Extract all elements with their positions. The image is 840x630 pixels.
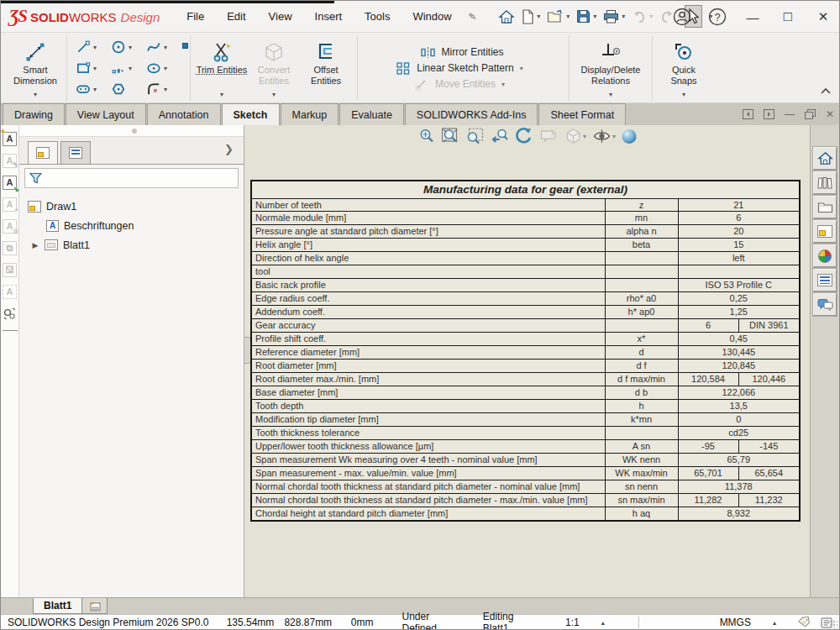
edit-annotation-icon[interactable]: A✎ — [3, 154, 17, 168]
circle-tool[interactable]: ▾ — [108, 39, 143, 55]
mirror-entities-button[interactable]: Mirror Entities — [421, 46, 503, 59]
trim-entities-button[interactable]: Trim Entities ▾ — [196, 36, 248, 100]
units-dropdown-caret[interactable]: ▴ — [773, 619, 776, 627]
undo-button[interactable]: ▾ — [629, 7, 655, 27]
display-style-button[interactable]: ▾ — [564, 128, 586, 144]
pin-menu-icon[interactable]: ✒ — [463, 8, 480, 26]
spline-tool[interactable]: ▾ — [143, 39, 178, 55]
sheet-tab-blatt1[interactable]: Blatt1 — [33, 598, 82, 614]
menu-view[interactable]: View — [269, 10, 292, 23]
doc-close-icon[interactable]: ✕ — [826, 108, 834, 120]
graphics-area[interactable]: ▾ ▾ Manufacturing data for gear (externa… — [244, 125, 810, 597]
move-entities-flyout[interactable]: ▾ — [501, 81, 510, 88]
menu-file[interactable]: File — [186, 10, 204, 23]
minimize-button[interactable]: — — [743, 10, 762, 24]
resize-grip[interactable] — [829, 620, 837, 628]
ribbon-collapse-chevron[interactable] — [821, 82, 831, 97]
point-tool[interactable] — [182, 43, 188, 49]
taskpane-home-button[interactable] — [813, 147, 837, 170]
line-tool[interactable]: ▾ — [72, 39, 108, 55]
view-palette-button[interactable] — [813, 220, 837, 243]
tab-solidworks-addins[interactable]: SOLIDWORKS Add-Ins — [405, 103, 538, 125]
smart-dimension-button[interactable]: Smart Dimension ▾ — [9, 36, 61, 100]
tab-markup[interactable]: Markup — [281, 103, 339, 125]
gear-tools-icon[interactable] — [3, 307, 17, 321]
property-list-tab[interactable] — [60, 141, 91, 164]
tree-filter-box[interactable] — [24, 168, 239, 188]
display-delete-relations-button[interactable]: Display/Delete Relations ▾ — [575, 36, 647, 100]
collapse-pane-left-icon[interactable] — [743, 109, 753, 119]
collapse-pane-right-icon[interactable] — [764, 109, 774, 119]
zoom-to-fit-button[interactable] — [418, 128, 435, 144]
panel-splitter[interactable] — [19, 125, 244, 137]
tree-item-draw1[interactable]: Draw1 — [19, 197, 244, 216]
move-entities-button[interactable]: Move Entities ▾ — [415, 78, 510, 91]
tree-item-annotations-label: Beschriftungen — [64, 220, 134, 232]
close-button[interactable]: ✕ — [814, 9, 832, 24]
polygon-tool[interactable] — [108, 81, 143, 97]
annotation-link-icon[interactable]: A⊙ — [3, 219, 17, 234]
row-symbol: h aq — [605, 507, 678, 520]
home-button[interactable] — [496, 6, 517, 28]
menu-edit[interactable]: Edit — [227, 10, 245, 23]
tab-sketch[interactable]: Sketch — [222, 103, 280, 125]
paste-annotation-icon[interactable]: ⧉ — [3, 241, 17, 255]
tab-sheet-format[interactable]: Sheet Format — [538, 103, 626, 125]
doc-minimize-icon[interactable]: — — [785, 108, 795, 120]
arc-tool[interactable]: ▾ — [108, 60, 143, 76]
comments-button[interactable] — [813, 293, 837, 316]
zoom-to-area-button[interactable] — [441, 128, 459, 144]
sheet-scale-value[interactable]: 1:1 — [565, 617, 580, 628]
menu-insert[interactable]: Insert — [315, 10, 343, 23]
3d-drawing-view-button[interactable] — [538, 128, 559, 144]
linear-pattern-flyout[interactable]: ▾ — [520, 65, 528, 72]
help-icon[interactable]: ? — [708, 8, 727, 26]
hide-show-items-button[interactable]: ▾ — [592, 129, 616, 144]
apply-scene-button[interactable] — [622, 129, 636, 144]
view-palette-icon — [817, 225, 832, 238]
annotation-area-icon[interactable]: A — [3, 285, 17, 299]
design-library-button[interactable] — [813, 171, 837, 194]
tree-item-blatt1[interactable]: ▶ Blatt1 — [19, 235, 244, 255]
new-document-button[interactable]: ▾ — [519, 6, 543, 28]
slot-tool[interactable]: ▾ — [72, 81, 108, 97]
tab-evaluate[interactable]: Evaluate — [339, 103, 404, 125]
tree-item-annotations[interactable]: A Beschriftungen — [19, 216, 244, 235]
tab-annotation[interactable]: Annotation — [147, 103, 221, 125]
open-document-button[interactable]: ▾ — [544, 6, 572, 27]
quick-snaps-button[interactable]: Quick Snaps ▾ — [658, 36, 710, 100]
convert-entities-button[interactable]: Convert Entities ▾ — [248, 36, 300, 100]
save-annotations-icon[interactable]: 🖫 — [3, 263, 17, 277]
linear-sketch-pattern-button[interactable]: Linear Sketch Pattern ▾ — [396, 62, 528, 75]
maximize-button[interactable]: □ — [779, 8, 797, 25]
ellipse-tool[interactable]: ▾ — [143, 60, 178, 76]
feature-manager-panel: ❯ Draw1 A Beschriftungen ▶ — [19, 125, 244, 597]
unit-system-value[interactable]: MMGS — [720, 617, 751, 628]
file-explorer-button[interactable] — [813, 196, 837, 218]
panel-expand-chevron[interactable]: ❯ — [224, 143, 234, 155]
add-annotation-icon[interactable]: A+ — [3, 197, 17, 212]
scale-dropdown-caret[interactable]: ▴ — [601, 619, 605, 627]
expander-icon[interactable]: ▶ — [31, 241, 39, 249]
rectangle-tool[interactable]: ▾ — [72, 60, 108, 76]
save-button[interactable]: ▾ — [574, 6, 599, 27]
tags-icon[interactable] — [798, 617, 812, 628]
previous-view-button[interactable] — [490, 128, 508, 144]
tab-view-layout[interactable]: View Layout — [66, 103, 146, 125]
new-note-icon[interactable]: A✶ — [3, 132, 17, 146]
add-sheet-tab[interactable]: ✶ — [82, 598, 108, 614]
fillet-tool[interactable]: ▾ — [143, 81, 178, 97]
user-account-icon[interactable] — [673, 8, 691, 26]
tab-drawing[interactable]: Drawing — [3, 103, 65, 125]
offset-entities-button[interactable]: Offset Entities — [300, 36, 352, 100]
menu-tools[interactable]: Tools — [365, 10, 390, 23]
menu-window[interactable]: Window — [412, 10, 451, 23]
insert-annotation-icon[interactable]: A↘ — [3, 176, 17, 190]
print-button[interactable]: ▾ — [601, 6, 627, 27]
custom-properties-button[interactable] — [813, 269, 837, 291]
appearances-scenes-button[interactable] — [813, 244, 837, 267]
doc-restore-icon[interactable] — [805, 109, 816, 119]
rotate-view-button[interactable] — [514, 127, 533, 145]
feature-tree-tab[interactable] — [28, 141, 58, 164]
zoom-to-selection-button[interactable] — [465, 128, 484, 144]
